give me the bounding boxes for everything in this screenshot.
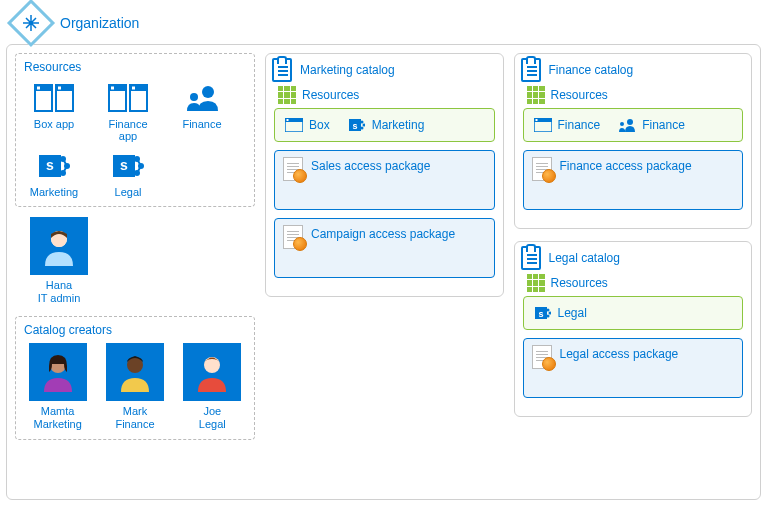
app-icon: [34, 80, 74, 116]
catalog-resource-label: Legal: [558, 306, 587, 320]
catalog-finance: Finance catalog Resources Finance Financ…: [514, 53, 753, 229]
svg-rect-40: [535, 119, 537, 121]
catalog-marketing: Marketing catalog Resources Box s Market…: [265, 53, 504, 297]
access-package-icon: [532, 345, 552, 369]
catalog-resources-header: Resources: [278, 86, 495, 104]
resource-item: s Legal: [98, 148, 158, 198]
resource-label: Finance app: [98, 118, 158, 142]
svg-point-37: [360, 127, 363, 130]
svg-point-14: [190, 93, 198, 101]
catalog-resources-box: s Legal: [523, 296, 744, 330]
resources-grid-icon: [527, 86, 545, 104]
catalog-resources-label: Resources: [302, 88, 359, 102]
svg-text:s: s: [352, 121, 357, 131]
access-package-title: Finance access package: [560, 159, 692, 173]
svg-point-46: [548, 312, 551, 315]
sharepoint-icon: s: [108, 148, 148, 184]
app-icon: [285, 117, 303, 133]
resource-label: Legal: [98, 186, 158, 198]
access-package-title: Campaign access package: [311, 227, 455, 241]
organization-title: Organization: [60, 15, 139, 31]
catalog-icon: [272, 58, 292, 82]
catalog-resource: Box: [285, 117, 330, 133]
catalog-header: Marketing catalog: [272, 58, 495, 82]
catalog-resources-header: Resources: [527, 274, 744, 292]
svg-point-0: [29, 21, 33, 25]
organization-body: Resources Box app Finance app: [6, 44, 761, 500]
svg-text:s: s: [120, 157, 128, 173]
catalog-resources-box: Box s Marketing: [274, 108, 495, 142]
person-name: Mamta Marketing: [24, 405, 91, 431]
access-package-title: Sales access package: [311, 159, 430, 173]
svg-rect-32: [287, 119, 289, 121]
resources-grid-icon: [278, 86, 296, 104]
access-package-icon: [283, 225, 303, 249]
catalog-legal: Legal catalog Resources s Legal Legal ac…: [514, 241, 753, 417]
catalog-title: Marketing catalog: [300, 63, 395, 77]
catalog-header: Legal catalog: [521, 246, 744, 270]
avatar: [30, 217, 88, 275]
svg-point-35: [360, 121, 363, 124]
catalog-resource-label: Box: [309, 118, 330, 132]
svg-point-29: [204, 357, 220, 373]
avatar: [29, 343, 87, 401]
resource-label: Box app: [24, 118, 84, 130]
catalog-resource: Finance: [534, 117, 601, 133]
catalog-resources-label: Resources: [551, 88, 608, 102]
creator-person: Joe Legal: [179, 343, 246, 431]
access-package: Legal access package: [523, 338, 744, 398]
resource-label: Marketing: [24, 186, 84, 198]
creator-person: Mark Finance: [101, 343, 168, 431]
svg-text:s: s: [538, 309, 543, 319]
sharepoint-icon: s: [534, 305, 552, 321]
admin-person: Hana IT admin: [23, 217, 95, 305]
catalog-resource-label: Finance: [642, 118, 685, 132]
svg-point-13: [202, 86, 214, 98]
access-package-icon: [283, 157, 303, 181]
catalog-resource: s Marketing: [348, 117, 425, 133]
svg-point-42: [620, 122, 624, 126]
catalog-resource-label: Finance: [558, 118, 601, 132]
resources-label: Resources: [24, 60, 246, 74]
svg-rect-12: [132, 87, 135, 90]
catalog-title: Legal catalog: [549, 251, 620, 265]
catalog-column: Finance catalog Resources Finance Financ…: [514, 53, 753, 491]
svg-point-41: [627, 119, 633, 125]
access-package: Campaign access package: [274, 218, 495, 278]
group-icon: [182, 80, 222, 116]
access-package: Sales access package: [274, 150, 495, 210]
avatar: [183, 343, 241, 401]
sharepoint-icon: s: [34, 148, 74, 184]
catalogs-area: Marketing catalog Resources Box s Market…: [265, 53, 752, 491]
resource-item: Finance: [172, 80, 232, 142]
sharepoint-icon: s: [348, 117, 366, 133]
catalog-resources-header: Resources: [527, 86, 744, 104]
catalog-resource: Finance: [618, 117, 685, 133]
catalog-resource: s Legal: [534, 305, 587, 321]
resource-item: s Marketing: [24, 148, 84, 198]
resources-panel: Resources Box app Finance app: [15, 53, 255, 207]
svg-rect-3: [37, 87, 40, 90]
person-name: Hana IT admin: [23, 279, 95, 305]
resources-grid-icon: [527, 274, 545, 292]
access-package-icon: [532, 157, 552, 181]
catalog-resources-label: Resources: [551, 276, 608, 290]
organization-icon: [7, 0, 55, 47]
catalog-icon: [521, 58, 541, 82]
access-package: Finance access package: [523, 150, 744, 210]
resources-grid: Box app Finance app Finance s: [24, 80, 246, 198]
person-name: Mark Finance: [101, 405, 168, 431]
resource-label: Finance: [172, 118, 232, 130]
avatar: [106, 343, 164, 401]
catalog-column: Marketing catalog Resources Box s Market…: [265, 53, 504, 491]
catalog-resource-label: Marketing: [372, 118, 425, 132]
catalog-icon: [521, 246, 541, 270]
svg-point-36: [362, 124, 365, 127]
svg-rect-6: [58, 87, 61, 90]
resource-item: Box app: [24, 80, 84, 142]
catalog-creators-label: Catalog creators: [24, 323, 246, 337]
catalog-header: Finance catalog: [521, 58, 744, 82]
svg-text:s: s: [46, 157, 54, 173]
app-icon: [534, 117, 552, 133]
creators-grid: Mamta Marketing Mark Finance: [24, 343, 246, 431]
